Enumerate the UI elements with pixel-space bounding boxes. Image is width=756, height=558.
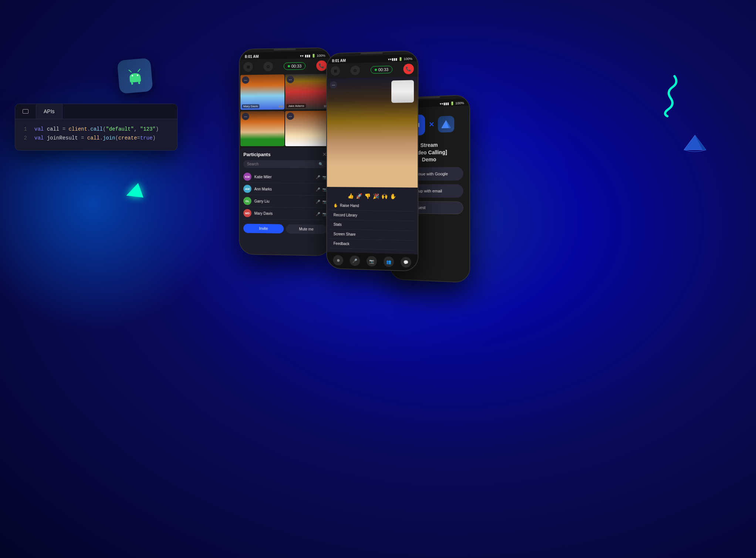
- video-cell-4: •••: [285, 111, 330, 146]
- small-face-overlay: [391, 80, 414, 103]
- phones-container: 8:01 AM ▾▾ ▮▮▮ 🔋 100% ⊞ ⊙ 00:33 📞: [159, 48, 492, 492]
- p3-timer-dot: [375, 69, 377, 71]
- name-am: Ann Marks: [254, 187, 313, 191]
- menu-record-library[interactable]: Record Library: [330, 210, 415, 221]
- code-tab-boat-icon: [23, 109, 28, 114]
- separator-icon: ✕: [429, 121, 434, 129]
- code-line-1: 1 val call = client.call("default", "123…: [21, 125, 171, 134]
- battery-icon: 🔋: [311, 54, 315, 57]
- phone-3-bottom-controls: ⏺ 🎤 📷 👥 💬: [327, 252, 418, 271]
- code-line-2: 2 val joinResult = call.join(create=true…: [21, 134, 171, 143]
- squiggly-decoration: [660, 73, 682, 119]
- mic-btn[interactable]: 🎤: [350, 255, 360, 266]
- signal-bars-1: ▮▮▮: [279, 105, 283, 108]
- mic-icon-am[interactable]: 🎤: [315, 187, 320, 191]
- video-label-2: Jake Adams: [287, 104, 306, 108]
- controls-gl: 🎤 📷: [315, 199, 327, 204]
- video-cell-3: •••: [240, 111, 284, 146]
- name-km: Katie Miler: [254, 175, 313, 179]
- more-options-4[interactable]: •••: [287, 112, 294, 120]
- phone-4-notch: [418, 97, 440, 99]
- battery-pct: 100%: [317, 54, 325, 57]
- p3-timer-text: 00:33: [378, 67, 389, 72]
- svg-line-3: [138, 69, 140, 72]
- chat-btn[interactable]: 💬: [401, 257, 411, 268]
- controls-km: 🎤 📷: [315, 175, 327, 179]
- avatar-am: AM: [243, 185, 252, 193]
- participant-item-2: AM Ann Marks 🎤 📷: [243, 183, 327, 196]
- line-num-1: 1: [21, 125, 27, 134]
- code-text-1: val call = client.call("default", "123"): [34, 125, 159, 134]
- more-options-2[interactable]: •••: [287, 76, 294, 83]
- emoji-clap[interactable]: 🙌: [381, 193, 388, 199]
- search-box[interactable]: Search 🔍: [243, 160, 327, 168]
- more-options-1[interactable]: •••: [242, 76, 249, 84]
- invite-button[interactable]: Invite: [243, 224, 284, 233]
- p3-end-call-btn[interactable]: 📞: [403, 64, 414, 74]
- raise-hand-btn[interactable]: ✋ Raise Hand: [330, 201, 415, 212]
- avatar-md: MD: [243, 209, 252, 217]
- secondary-icon: [438, 116, 454, 133]
- controls-am: 🎤 📷: [315, 187, 327, 191]
- mic-icon-km[interactable]: 🎤: [315, 175, 320, 179]
- phone-2-time: 8:01 AM: [245, 54, 259, 59]
- call-timer: 00:33: [284, 62, 306, 70]
- code-tab-apis[interactable]: APIs: [36, 104, 63, 119]
- mute-me-button[interactable]: Mute me: [286, 224, 327, 234]
- mic-icon-gl[interactable]: 🎤: [315, 199, 320, 204]
- battery-p3: 🔋: [398, 57, 402, 61]
- phone-3-screen: 8:01 AM ▾▾▮▮▮ 🔋 100% ⊞ ⊙ 00:33 📞: [327, 51, 418, 271]
- participant-item-1: KM Katie Miler 🎤 📷: [243, 171, 327, 184]
- video-cell-2: ••• Jake Adams ▮▮▮: [285, 74, 330, 110]
- phone-2: 8:01 AM ▾▾ ▮▮▮ 🔋 100% ⊞ ⊙ 00:33 📞: [239, 47, 331, 256]
- emoji-thumbsup[interactable]: 👍: [348, 193, 354, 199]
- p3-call-timer: 00:33: [371, 65, 393, 74]
- raise-hand-icon: ✋: [334, 204, 338, 208]
- initials-md: MD: [245, 211, 250, 215]
- battery-p4: 🔋: [450, 101, 454, 105]
- cam-btn[interactable]: 📷: [367, 256, 377, 267]
- record-btn[interactable]: ⏺: [333, 255, 343, 266]
- initials-am: AM: [245, 187, 250, 191]
- search-placeholder: Search: [247, 162, 317, 166]
- wifi-icon: ▾▾: [300, 54, 304, 58]
- phone-2-notch: [274, 48, 296, 50]
- effects-btn[interactable]: ⊙: [263, 62, 273, 71]
- code-tab-icon-area: [15, 105, 36, 118]
- phone-3-status-icons: ▾▾▮▮▮ 🔋 100%: [388, 57, 412, 61]
- panel-actions: Invite Mute me: [243, 221, 327, 236]
- add-people-btn[interactable]: 👥: [384, 256, 394, 267]
- battery-pct-p4: 100%: [455, 101, 464, 105]
- raise-hand-label: Raise Hand: [340, 204, 359, 208]
- mic-icon-md[interactable]: 🎤: [315, 212, 320, 216]
- phone-3-notch: [361, 52, 383, 54]
- phone-2-screen: 8:01 AM ▾▾ ▮▮▮ 🔋 100% ⊞ ⊙ 00:33 📞: [240, 48, 331, 256]
- line-num-2: 2: [21, 134, 27, 143]
- end-call-btn[interactable]: 📞: [316, 60, 327, 71]
- grid-btn[interactable]: ⊞: [243, 62, 253, 71]
- participants-panel: Participants ✕ Search 🔍 KM Katie Miler 🎤: [240, 148, 331, 255]
- p3-grid-btn[interactable]: ⊞: [331, 66, 340, 75]
- video-label-1: Mary Davis: [242, 104, 259, 108]
- emoji-thumbsdown[interactable]: 👎: [364, 193, 371, 199]
- menu-feedback[interactable]: Feedback: [330, 239, 415, 251]
- p3-effects-btn[interactable]: ⊙: [350, 65, 360, 75]
- controls-md: 🎤 📷: [315, 212, 327, 216]
- code-panel-header: APIs: [15, 104, 177, 119]
- panel-header: Participants ✕: [243, 151, 327, 157]
- svg-rect-4: [131, 83, 134, 85]
- emoji-wave[interactable]: ✋: [390, 193, 396, 199]
- phone-2-video-grid: ••• Mary Davis ▮▮▮ ••• Jake Adams ▮▮▮ ••…: [240, 73, 331, 148]
- svg-rect-5: [138, 82, 140, 84]
- video-cell-1: ••• Mary Davis ▮▮▮: [240, 74, 284, 110]
- name-gl: Garry Liu: [254, 199, 313, 204]
- timer-text: 00:33: [291, 64, 302, 68]
- code-text-2: val joinResult = call.join(create=true): [34, 134, 156, 143]
- emoji-party[interactable]: 🎉: [373, 193, 379, 199]
- emoji-rocket[interactable]: 🚀: [356, 193, 362, 199]
- more-options-3[interactable]: •••: [242, 113, 249, 120]
- initials-km: KM: [245, 175, 250, 178]
- android-logo: [117, 58, 153, 94]
- avatar-km: KM: [243, 173, 252, 181]
- phone-3-time: 8:01 AM: [332, 58, 346, 63]
